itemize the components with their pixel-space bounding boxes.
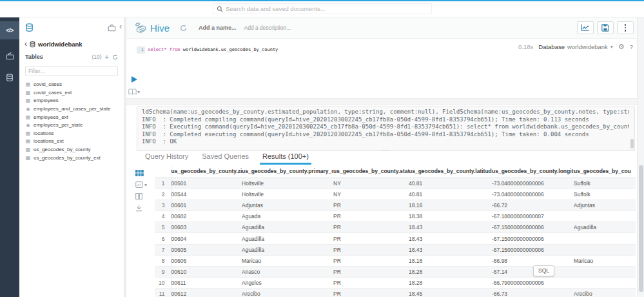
cell-latitude: 18.38 bbox=[409, 211, 492, 222]
search-input[interactable] bbox=[226, 5, 428, 12]
table-item[interactable]: employees_per_state bbox=[25, 121, 124, 129]
table-row[interactable]: 11 00612 Arecibo PR 18.45 -66.73 Arecibo bbox=[155, 289, 636, 297]
table-item[interactable]: employees bbox=[25, 97, 124, 105]
cell-primary-city: Aguadilla bbox=[242, 233, 333, 244]
breadcrumb-database[interactable]: ‹ worldwidebank bbox=[24, 41, 119, 48]
table-item[interactable]: us_geocodes_by_county_ext bbox=[25, 154, 124, 162]
scrollbar-thumb[interactable] bbox=[639, 165, 643, 292]
cell-county: Aguadilla bbox=[574, 222, 636, 233]
assist-documents-icon[interactable] bbox=[108, 24, 116, 32]
rail-item-tables[interactable] bbox=[0, 68, 19, 87]
query-name-field[interactable]: Add a name... bbox=[199, 25, 237, 31]
table-row[interactable]: 6 00604 Aguadilla PR 18.43 -67.150000000… bbox=[155, 233, 636, 244]
table-item-label: locations_ext bbox=[34, 138, 64, 144]
query-description-field[interactable]: Add a description... bbox=[244, 25, 291, 31]
cell-longitude: -67.15000000000006 bbox=[492, 222, 574, 233]
table-row[interactable]: 5 00603 Aguadilla PR 18.43 -67.150000000… bbox=[155, 222, 636, 233]
tables-count-badge: (10) bbox=[92, 54, 101, 60]
docs-book-icon[interactable]: ▾ bbox=[128, 88, 140, 95]
table-item[interactable]: employees_and_cases_per_state bbox=[25, 105, 124, 113]
sql-context-badge[interactable]: SQL bbox=[533, 265, 554, 276]
log-resize-grip[interactable]: ... bbox=[382, 145, 389, 151]
help-icon[interactable]: ? bbox=[630, 43, 633, 50]
left-rail: </> bbox=[0, 17, 19, 297]
chart-button[interactable] bbox=[577, 21, 594, 34]
tab-saved-queries[interactable]: Saved Queries bbox=[199, 152, 251, 165]
table-item-label: locations bbox=[34, 130, 54, 136]
cell-row-number: 3 bbox=[155, 200, 171, 210]
cell-zip: 00544 bbox=[171, 189, 242, 200]
code-line[interactable]: 1 select* from worldwidebank.us_geocodes… bbox=[137, 46, 278, 54]
table-item[interactable]: covid_cases_ext bbox=[25, 88, 124, 97]
chart-view-icon[interactable]: ▾ bbox=[135, 181, 151, 188]
table-row[interactable]: 9 00610 Anasco PR 18.28 -67.14 bbox=[155, 267, 636, 278]
sql-statement: select* from worldwidebank.us_geocodes_b… bbox=[145, 46, 278, 54]
cell-primary-city: Adjuntas bbox=[242, 200, 333, 210]
refresh-icon[interactable] bbox=[112, 54, 118, 60]
download-icon[interactable] bbox=[135, 205, 151, 212]
global-search[interactable] bbox=[213, 3, 432, 14]
tab-query-history[interactable]: Query History bbox=[142, 152, 191, 165]
header-primary-city[interactable]: us_geocodes_by_county.primary_city bbox=[242, 165, 333, 178]
more-actions-kebab-button[interactable] bbox=[617, 21, 634, 34]
line-number: 1 bbox=[137, 46, 145, 54]
database-selector[interactable]: Database worldwidebank ▾ bbox=[538, 43, 613, 50]
results-toolbar: ▾ bbox=[135, 170, 151, 212]
cell-zip: 00501 bbox=[171, 178, 242, 189]
cell-row-number: 5 bbox=[155, 222, 171, 233]
sql-editor[interactable]: 0.18s Database worldwidebank ▾ ⚙ ? 1 sel… bbox=[126, 39, 637, 98]
cell-latitude: 40.81 bbox=[409, 178, 492, 189]
add-table-icon[interactable]: + bbox=[105, 54, 109, 60]
settings-gear-icon[interactable]: ⚙ bbox=[618, 43, 625, 51]
cell-zip: 00604 bbox=[171, 233, 242, 244]
cell-row-number: 7 bbox=[155, 244, 171, 255]
table-icon bbox=[25, 114, 31, 120]
table-filter-input[interactable] bbox=[25, 67, 118, 76]
table-row[interactable]: 7 00605 Aguadilla PR 18.43 -67.150000000… bbox=[155, 244, 636, 255]
execute-play-button[interactable] bbox=[132, 76, 137, 83]
database-name[interactable]: worldwidebank bbox=[38, 41, 83, 48]
collapse-panel-chevron-icon[interactable]: ‹ bbox=[119, 22, 122, 31]
hive-doodle-icon bbox=[134, 22, 147, 34]
log-line: INFO : Completed executing command(query… bbox=[142, 131, 629, 139]
tab-results[interactable]: Results (100+) bbox=[260, 152, 311, 165]
cell-latitude: 40.81 bbox=[409, 189, 492, 200]
cell-primary-city: Aguadilla bbox=[242, 222, 333, 233]
header-state[interactable]: us_geocodes_by_county.state bbox=[333, 165, 409, 178]
cell-state: NY bbox=[333, 178, 409, 189]
cell-county bbox=[574, 233, 636, 244]
view-eye-icon bbox=[25, 107, 31, 112]
table-row[interactable]: 2 00544 Holtsville NY 40.81 -73.04000000… bbox=[155, 189, 636, 200]
table-item[interactable]: locations bbox=[25, 129, 124, 138]
save-button[interactable] bbox=[597, 21, 614, 34]
hue-app: H </> ‹ bbox=[0, 0, 644, 297]
rail-item-editor[interactable]: </> bbox=[0, 21, 19, 39]
header-zip[interactable]: us_geocodes_by_county.zip bbox=[171, 165, 242, 178]
table-row[interactable]: 1 00501 Holtsville NY 40.81 -73.04000000… bbox=[155, 178, 636, 189]
header-latitude[interactable]: us_geocodes_by_county.latitude bbox=[409, 165, 492, 178]
table-item[interactable]: us_geocodes_by_county bbox=[25, 145, 124, 154]
cell-row-number: 4 bbox=[155, 211, 171, 222]
back-chevron-icon[interactable]: ‹ bbox=[24, 41, 27, 47]
table-item[interactable]: employees_ext bbox=[25, 113, 124, 121]
table-row[interactable]: 8 00606 Maricao PR 18.18 -66.98 Maricao bbox=[155, 255, 636, 266]
header-longitude[interactable]: us_geocodes_by_county.longitude bbox=[492, 165, 574, 178]
cell-zip: 00606 bbox=[171, 255, 242, 266]
cell-county bbox=[574, 211, 636, 222]
table-item-label: employees_ext bbox=[34, 114, 68, 120]
sql-keyword-from: from bbox=[167, 47, 183, 52]
columns-layout-icon[interactable] bbox=[135, 193, 151, 200]
table-item[interactable]: locations_ext bbox=[25, 138, 124, 146]
log-scrollbar-thumb[interactable] bbox=[630, 139, 634, 148]
rail-item-documents[interactable] bbox=[0, 47, 19, 65]
query-history-icon[interactable] bbox=[180, 25, 187, 32]
table-row[interactable]: 10 00611 Angeles PR 18.28 -66.7900000000… bbox=[155, 278, 636, 289]
header-county[interactable]: us_geocodes_by_cou bbox=[574, 165, 636, 178]
table-item[interactable]: covid_cases bbox=[25, 81, 124, 89]
grid-view-icon[interactable] bbox=[135, 170, 151, 176]
table-row[interactable]: 3 00601 Adjuntas PR 18.16 -66.72 Adjunta… bbox=[155, 200, 636, 210]
panel-resizer[interactable]: ‹ bbox=[124, 17, 126, 297]
assist-database-icon[interactable] bbox=[25, 23, 34, 32]
editor-log-resizer[interactable] bbox=[126, 98, 637, 105]
table-row[interactable]: 4 00602 Aguada PR 18.38 -67.180000000000… bbox=[155, 211, 636, 222]
